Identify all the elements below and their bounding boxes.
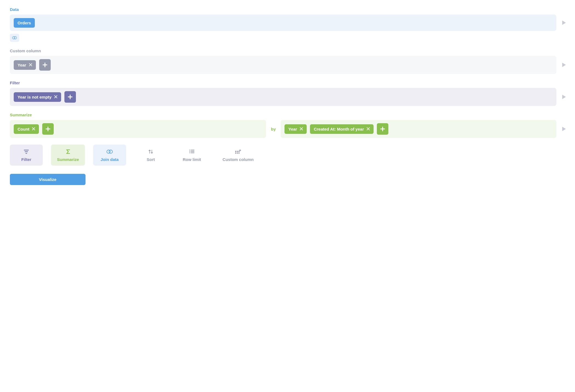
join-action-tile[interactable]: Join data bbox=[93, 145, 126, 166]
svg-rect-11 bbox=[189, 152, 190, 153]
visualize-label: Visualize bbox=[39, 177, 56, 182]
data-section: Data Orders bbox=[10, 7, 567, 42]
remove-chip-icon[interactable] bbox=[300, 127, 303, 131]
preview-filter-button[interactable] bbox=[561, 95, 567, 99]
tile-label: Sort bbox=[147, 157, 155, 162]
remove-chip-icon[interactable] bbox=[29, 63, 32, 67]
summarize-action-tile[interactable]: Summarize bbox=[51, 145, 85, 166]
chip-label: Orders bbox=[18, 21, 31, 25]
sort-action-tile[interactable]: Sort bbox=[134, 145, 167, 166]
summarize-section: Summarize Count by Year bbox=[10, 113, 567, 138]
by-label: by bbox=[271, 127, 276, 131]
chip-label: Year is not empty bbox=[18, 95, 52, 99]
add-aggregation-button[interactable] bbox=[42, 123, 54, 135]
grid-plus-icon bbox=[235, 149, 241, 154]
filter-section-label: Filter bbox=[10, 80, 567, 85]
svg-point-1 bbox=[14, 36, 16, 39]
tile-label: Custom column bbox=[223, 157, 254, 162]
svg-rect-16 bbox=[237, 152, 238, 154]
preview-data-button[interactable] bbox=[561, 21, 567, 25]
svg-rect-12 bbox=[191, 152, 194, 153]
svg-rect-9 bbox=[189, 151, 190, 152]
svg-rect-3 bbox=[25, 151, 28, 152]
tile-label: Join data bbox=[101, 157, 119, 162]
svg-rect-14 bbox=[235, 152, 236, 154]
sort-icon bbox=[148, 149, 153, 154]
custom-column-section: Custom column Year bbox=[10, 48, 567, 74]
breakout-chip-created-at-month[interactable]: Created At: Month of year bbox=[310, 124, 374, 134]
breakout-chip-year[interactable]: Year bbox=[284, 124, 307, 134]
tile-label: Row limit bbox=[183, 157, 201, 162]
custom-column-well[interactable]: Year bbox=[10, 56, 556, 74]
svg-rect-15 bbox=[237, 151, 238, 152]
add-custom-column-button[interactable] bbox=[39, 59, 51, 71]
svg-point-6 bbox=[109, 150, 113, 154]
svg-rect-4 bbox=[25, 153, 27, 154]
chip-label: Created At: Month of year bbox=[314, 127, 364, 131]
chip-label: Year bbox=[18, 63, 26, 67]
remove-chip-icon[interactable] bbox=[367, 127, 370, 131]
svg-rect-10 bbox=[191, 151, 194, 152]
preview-summarize-button[interactable] bbox=[561, 127, 567, 131]
custom-column-action-tile[interactable]: Custom column bbox=[217, 145, 260, 166]
venn-icon bbox=[106, 149, 113, 154]
chip-label: Year bbox=[288, 127, 297, 131]
chip-label: Count bbox=[18, 127, 29, 131]
svg-rect-13 bbox=[235, 151, 236, 152]
summarize-section-label: Summarize bbox=[10, 113, 567, 117]
join-data-pill[interactable] bbox=[10, 34, 19, 42]
add-breakout-button[interactable] bbox=[377, 123, 388, 135]
svg-rect-2 bbox=[24, 150, 29, 151]
data-chip-orders[interactable]: Orders bbox=[14, 18, 35, 28]
row-limit-action-tile[interactable]: Row limit bbox=[175, 145, 208, 166]
add-filter-button[interactable] bbox=[64, 91, 76, 103]
venn-icon bbox=[12, 36, 17, 40]
custom-column-chip-year[interactable]: Year bbox=[14, 60, 36, 70]
preview-custom-column-button[interactable] bbox=[561, 63, 567, 67]
tile-label: Filter bbox=[21, 157, 32, 162]
aggregation-chip-count[interactable]: Count bbox=[14, 124, 39, 134]
data-section-label: Data bbox=[10, 7, 567, 12]
remove-chip-icon[interactable] bbox=[54, 95, 57, 99]
breakout-well[interactable]: Year Created At: Month of year bbox=[281, 120, 556, 138]
filter-action-tile[interactable]: Filter bbox=[10, 145, 43, 166]
list-icon bbox=[189, 149, 194, 154]
sigma-icon bbox=[65, 149, 71, 154]
svg-rect-17 bbox=[238, 151, 240, 152]
filter-chip-year-not-empty[interactable]: Year is not empty bbox=[14, 92, 61, 102]
data-well[interactable]: Orders bbox=[10, 15, 556, 31]
custom-column-section-label: Custom column bbox=[10, 48, 567, 53]
filter-section: Filter Year is not empty bbox=[10, 80, 567, 106]
aggregation-well[interactable]: Count bbox=[10, 120, 266, 138]
tile-label: Summarize bbox=[57, 157, 79, 162]
svg-rect-18 bbox=[238, 152, 240, 154]
action-tiles-row: Filter Summarize Join data bbox=[10, 145, 567, 166]
svg-rect-8 bbox=[191, 150, 194, 151]
filter-icon bbox=[24, 149, 29, 154]
visualize-button[interactable]: Visualize bbox=[10, 174, 86, 185]
svg-rect-7 bbox=[189, 150, 190, 151]
filter-well[interactable]: Year is not empty bbox=[10, 88, 556, 106]
remove-chip-icon[interactable] bbox=[32, 127, 35, 131]
